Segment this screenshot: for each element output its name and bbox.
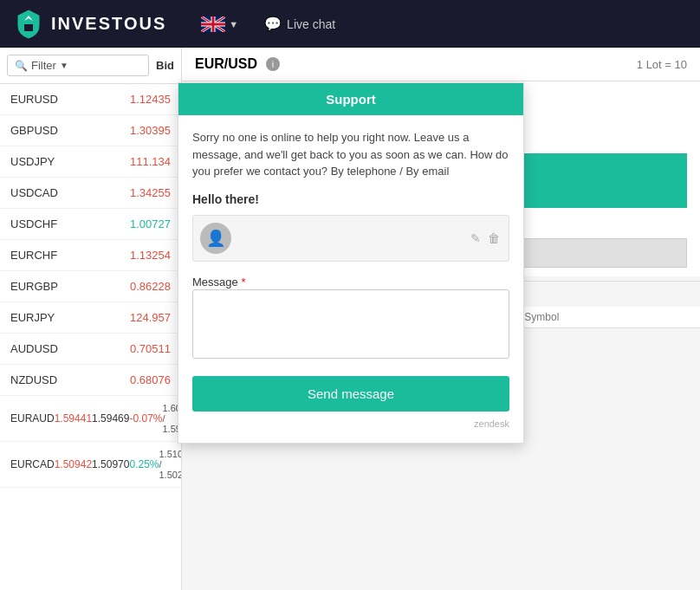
- message-field-label-row: Message *: [192, 274, 509, 289]
- zendesk-label: zendesk: [192, 418, 509, 429]
- message-textarea[interactable]: [192, 289, 509, 359]
- modal-header: Support: [178, 83, 523, 115]
- avatar-actions: ✎ 🗑: [470, 231, 500, 245]
- delete-icon[interactable]: 🗑: [488, 231, 500, 245]
- support-message: Sorry no one is online to help you right…: [192, 129, 509, 180]
- edit-icon[interactable]: ✎: [470, 231, 481, 245]
- user-avatar-icon: 👤: [206, 229, 225, 248]
- hello-label: Hello there!: [192, 192, 509, 206]
- message-label-text: Message: [192, 276, 238, 289]
- message-field-label: Message *: [192, 276, 245, 289]
- modal-overlay: Support Sorry no one is online to help y…: [0, 0, 700, 590]
- support-modal: Support Sorry no one is online to help y…: [178, 82, 524, 444]
- modal-footer: Send message zendesk: [178, 376, 523, 443]
- avatar-placeholder: 👤: [200, 223, 231, 254]
- message-required-indicator: *: [241, 276, 245, 289]
- modal-body: Sorry no one is online to help you right…: [178, 115, 523, 376]
- avatar-row: 👤 ✎ 🗑: [192, 215, 509, 262]
- modal-header-title: Support: [326, 92, 376, 107]
- send-message-button[interactable]: Send message: [192, 376, 509, 412]
